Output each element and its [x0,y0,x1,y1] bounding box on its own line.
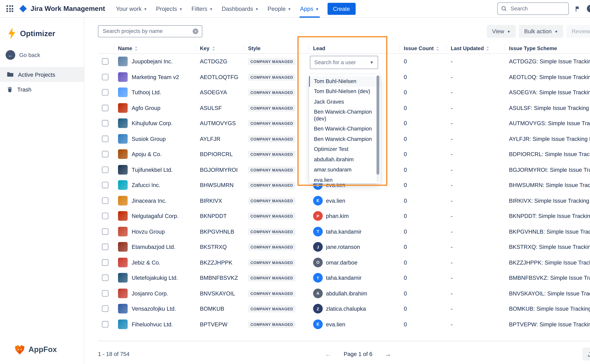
app-switcher-icon[interactable] [6,5,13,12]
prev-page-icon[interactable]: ← [325,351,332,358]
lead-option-tom-buhl-nielsen[interactable]: Tom Buhl-Nielsen [309,76,381,86]
row-checkbox[interactable] [102,151,108,157]
sort-icon[interactable] [436,46,439,51]
sort-icon[interactable] [486,46,489,51]
column-header-label: Issue Type Scheme [509,45,557,51]
sort-icon[interactable] [135,46,138,51]
project-name-cell[interactable]: Zafucci Inc. [114,180,196,190]
dropdown-scrollbar[interactable] [376,76,379,182]
lead-option-abdullah-ibrahim[interactable]: abdullah.ibrahim [309,155,381,165]
project-lead-cell[interactable]: Eeva.lien [309,196,400,205]
row-checkbox[interactable] [102,290,108,297]
project-search-input[interactable] [102,28,193,35]
project-name: Marketing Team v2 [132,74,179,80]
scrollbar-thumb[interactable] [376,76,379,175]
nav-item-apps[interactable]: Apps▼ [296,0,324,18]
row-checkbox[interactable] [102,74,108,80]
help-icon[interactable]: ? [587,5,590,13]
nav-item-projects[interactable]: Projects▼ [152,0,187,18]
project-name-cell[interactable]: Kihujlufuw Corp. [114,118,196,128]
project-name-cell[interactable]: Etamubazjod Ltd. [114,242,196,252]
lead-option-ben-warwick-champion[interactable]: Ben Warwick-Champion [309,134,381,144]
review-changes-button[interactable]: Review changes [566,25,590,38]
issue-count: 0 [400,197,447,204]
column-header-lead[interactable]: Lead [309,43,400,53]
project-lead-cell[interactable]: Zzlatica.chalupka [309,304,400,314]
flag-icon[interactable] [575,6,581,12]
view-button[interactable]: View ▼ [487,25,516,38]
row-checkbox[interactable] [102,197,108,204]
project-name-cell[interactable]: Tujifunekbel Ltd. [114,165,196,175]
row-checkbox[interactable] [102,244,108,250]
project-name-cell[interactable]: Apoju & Co. [114,149,196,159]
project-lead-cell[interactable]: Pphan.kim [309,211,400,221]
nav-item-your-work[interactable]: Your work▼ [111,0,152,18]
lead-user-select[interactable]: Search for a user ▼ [310,56,378,69]
project-name-cell[interactable]: Jinaceara Inc. [114,196,196,205]
project-lead-cell[interactable]: Ttaha.kandamir [309,273,400,283]
project-name: Fiheluohvuc Ltd. [132,321,173,327]
row-checkbox[interactable] [102,105,108,111]
project-name-cell[interactable]: Agfo Group [114,103,196,113]
project-name-cell[interactable]: Susiok Group [114,134,196,143]
row-checkbox[interactable] [102,306,108,312]
project-name-cell[interactable]: Hovzu Group [114,227,196,236]
column-header-issue-type-scheme[interactable]: Issue Type Scheme [505,43,590,53]
row-checkbox[interactable] [102,213,108,219]
lead-option-tom-buhl-nielsen-dev[interactable]: Tom Buhl-Nielsen (dev) [309,86,381,97]
column-header-name[interactable]: Name [114,43,196,53]
project-name-cell[interactable]: Tuthooj Ltd. [114,88,196,97]
column-header-key[interactable]: Key [196,43,244,53]
next-page-icon[interactable]: → [384,351,391,358]
row-checkbox[interactable] [102,259,108,266]
project-name-cell[interactable]: Nelgutagaful Corp. [114,211,196,221]
lead-option-jack-graves[interactable]: Jack Graves [309,97,381,107]
nav-item-dashboards[interactable]: Dashboards▼ [217,0,263,18]
bulk-action-button[interactable]: Bulk action ▼ [519,25,563,38]
sidebar-item-trash[interactable]: Trash [0,82,84,97]
sort-icon[interactable] [212,46,215,51]
create-button[interactable]: Create [327,3,355,15]
column-header-style[interactable]: Style [244,43,309,53]
issue-type-scheme: BKZZJHPPK: Simple Issue Trackin... [505,259,590,266]
lead-option-optimizer-test[interactable]: Optimizer Test [309,144,381,155]
project-name-cell[interactable]: Vensazofojku Ltd. [114,304,196,314]
nav-item-filters[interactable]: Filters▼ [187,0,217,18]
go-back-button[interactable]: ← Go back [0,48,84,67]
export-button[interactable]: Export [582,348,590,360]
row-checkbox[interactable] [102,120,108,126]
issue-type-scheme: BHWSUMRN: Simple Issue Trackin... [505,182,590,188]
clear-search-icon[interactable]: ✕ [193,28,198,34]
row-checkbox[interactable] [102,89,108,96]
row-checkbox[interactable] [102,182,108,188]
row-checkbox[interactable] [102,275,108,281]
project-lead-cell[interactable]: Eeva.lien [309,319,400,329]
sidebar-item-active-projects[interactable]: Active Projects [0,67,84,82]
nav-item-people[interactable]: People▼ [263,0,296,18]
lead-option-ben-warwick-champion-dev[interactable]: Ben Warwick-Champion (dev) [309,107,381,124]
lead-option-eva-lien[interactable]: eva.lien [309,175,381,185]
lead-option-ben-warwick-champion[interactable]: Ben Warwick-Champion [309,124,381,134]
global-search[interactable] [497,2,569,15]
row-checkbox[interactable] [102,167,108,173]
global-search-input[interactable] [510,5,565,12]
column-header-last-updated[interactable]: Last Updated [447,43,505,53]
project-lead-cell[interactable]: Oomar.darboe [309,258,400,267]
project-name-cell[interactable]: Jebiz & Co. [114,258,196,267]
project-lead-cell[interactable]: Ttaha.kandamir [309,227,400,236]
project-name-cell[interactable]: Fiheluohvuc Ltd. [114,319,196,329]
lead-option-amar-sundaram[interactable]: amar.sundaram [309,165,381,175]
column-header-issue-count[interactable]: Issue Count [400,43,447,53]
row-checkbox[interactable] [102,136,108,142]
row-checkbox[interactable] [102,58,108,65]
project-name-cell[interactable]: Juupobejani Inc. [114,57,196,66]
project-name-cell[interactable]: Uletefojakukig Ltd. [114,273,196,283]
row-checkbox[interactable] [102,321,108,327]
project-name-cell[interactable]: Marketing Team v2 [114,72,196,82]
project-name-cell[interactable]: Josjanro Corp. [114,288,196,298]
project-search[interactable]: ✕ [98,25,202,37]
project-lead-cell[interactable]: Aabdullah.ibrahim [309,288,400,298]
jira-brand[interactable]: Jira Work Management [19,4,105,13]
row-checkbox[interactable] [102,228,108,235]
project-lead-cell[interactable]: Jjane.rotanson [309,242,400,252]
